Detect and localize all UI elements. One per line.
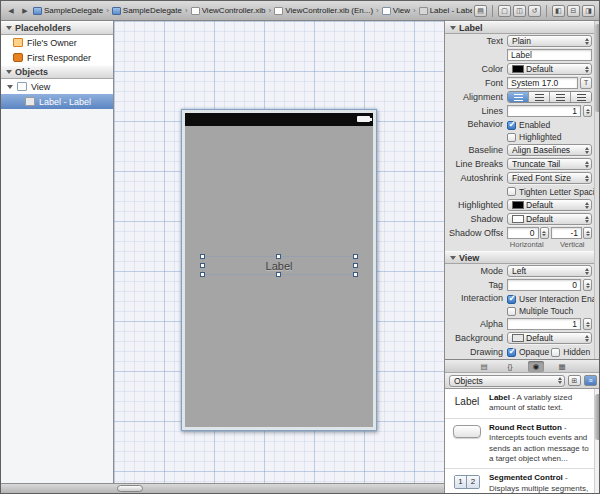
- resize-handle[interactable]: [200, 254, 205, 259]
- resize-handle[interactable]: [353, 254, 358, 259]
- text-style-popup[interactable]: Plain: [507, 35, 592, 47]
- tag-field[interactable]: 0: [507, 279, 581, 291]
- library-item-label[interactable]: Label Label - A variably sized amount of…: [445, 389, 600, 419]
- library-item-segmented-control[interactable]: 1 2 Segmented Control - Displays multipl…: [445, 469, 600, 493]
- editor-standard-button[interactable]: ▢: [498, 5, 511, 17]
- align-center-segment[interactable]: [529, 92, 550, 102]
- tighten-letter-spacing-checkbox[interactable]: [507, 187, 516, 196]
- lines-field[interactable]: 1: [507, 105, 581, 117]
- selected-label-frame[interactable]: Label: [203, 257, 355, 274]
- breadcrumb-label-item[interactable]: Label - Label: [419, 6, 472, 15]
- lines-stepper[interactable]: [583, 105, 592, 117]
- background-popup[interactable]: Default: [507, 332, 592, 344]
- list-view-button[interactable]: ≡: [584, 375, 597, 386]
- library-item-title: Segmented Control: [489, 473, 563, 482]
- library-item-round-rect-button[interactable]: Round Rect Button - Intercepts touch eve…: [445, 419, 600, 470]
- align-justify-segment[interactable]: [571, 92, 591, 102]
- resize-handle[interactable]: [276, 272, 281, 277]
- device-view[interactable]: Label: [181, 109, 377, 431]
- view-tree-item[interactable]: View: [1, 79, 113, 94]
- navigator-toggle-button[interactable]: ◧: [552, 5, 565, 17]
- line-breaks-popup[interactable]: Truncate Tail: [507, 158, 592, 170]
- breadcrumb-file[interactable]: ViewController.xib: [191, 6, 266, 15]
- library-scrollbar[interactable]: [594, 389, 600, 493]
- font-field[interactable]: System 17.0: [507, 77, 578, 89]
- align-right-segment[interactable]: [550, 92, 571, 102]
- library-objects-popup[interactable]: Objects: [449, 375, 565, 387]
- debug-area-toggle-button[interactable]: ⊟: [567, 5, 580, 17]
- opaque-checkbox[interactable]: [507, 348, 516, 357]
- back-button[interactable]: ◀: [5, 7, 17, 15]
- color-label: Color: [449, 64, 503, 74]
- highlighted-color-value: Default: [526, 200, 583, 210]
- breadcrumb-view[interactable]: View: [382, 6, 410, 15]
- resize-handle[interactable]: [276, 254, 281, 259]
- view-section-header[interactable]: View: [445, 251, 600, 264]
- breadcrumb-label: ViewController.xib (En...): [285, 6, 373, 15]
- utilities-toggle-button[interactable]: ◨: [582, 5, 595, 17]
- baseline-value: Align Baselines: [512, 145, 583, 155]
- disclosure-triangle-icon[interactable]: [7, 85, 13, 89]
- editor-assistant-button[interactable]: ◫: [513, 5, 526, 17]
- resize-handle[interactable]: [200, 272, 205, 277]
- media-library-tab[interactable]: ▦: [554, 361, 570, 372]
- interaction-label: Interaction: [449, 293, 503, 303]
- related-items-button[interactable]: ▤: [474, 5, 487, 17]
- code-snippets-library-tab[interactable]: {}: [502, 361, 518, 372]
- tag-stepper[interactable]: [583, 279, 592, 291]
- shadow-offset-horizontal-stepper[interactable]: [540, 227, 549, 239]
- baseline-popup[interactable]: Align Baselines: [507, 144, 592, 156]
- autoshrink-value: Fixed Font Size: [512, 173, 583, 183]
- files-owner-item[interactable]: File's Owner: [1, 35, 113, 50]
- scrollbar-thumb[interactable]: [595, 394, 600, 440]
- vertical-label: Vertical: [553, 240, 593, 249]
- highlighted-color-popup[interactable]: Default: [507, 199, 592, 211]
- breadcrumb-project[interactable]: SampleDelegate: [33, 6, 103, 15]
- color-popup[interactable]: Default: [507, 63, 592, 75]
- enabled-checkbox[interactable]: [507, 121, 516, 130]
- mode-popup[interactable]: Left: [507, 265, 592, 277]
- font-picker-button[interactable]: T: [580, 77, 592, 89]
- resize-handle[interactable]: [200, 263, 205, 268]
- align-left-segment[interactable]: [508, 92, 529, 102]
- breadcrumb-localization[interactable]: ViewController.xib (En...): [274, 6, 373, 15]
- breadcrumb-label: ViewController.xib: [202, 6, 266, 15]
- placeholders-header[interactable]: Placeholders: [1, 21, 113, 35]
- breadcrumb-group[interactable]: SampleDelegate: [112, 6, 182, 15]
- file-templates-library-tab[interactable]: ▤: [476, 361, 492, 372]
- view-icon: [382, 7, 391, 15]
- grid-view-button[interactable]: ⊞: [568, 375, 581, 386]
- shadow-offset-vertical-stepper[interactable]: [583, 227, 592, 239]
- zoom-control[interactable]: [117, 485, 143, 492]
- label-text-field[interactable]: Label: [507, 49, 592, 61]
- objects-header[interactable]: Objects: [1, 65, 113, 79]
- objects-library-tab[interactable]: ◉: [528, 361, 544, 372]
- autoshrink-popup[interactable]: Fixed Font Size: [507, 172, 592, 184]
- shadow-label: Shadow: [449, 214, 503, 224]
- shadow-offset-horizontal-field[interactable]: 0: [507, 227, 539, 239]
- multiple-touch-checkbox[interactable]: [507, 307, 516, 316]
- library-popup-value: Objects: [454, 376, 556, 386]
- highlighted-checkbox[interactable]: [507, 133, 516, 142]
- shadow-color-popup[interactable]: Default: [507, 213, 592, 225]
- resize-handle[interactable]: [353, 263, 358, 268]
- highlighted-checkbox-row: Highlighted: [507, 132, 562, 142]
- mode-value: Left: [512, 266, 583, 276]
- inspector-scrollbar[interactable]: [594, 21, 600, 359]
- canvas[interactable]: Label: [114, 21, 444, 483]
- view-body[interactable]: Label: [185, 126, 373, 427]
- resize-handle[interactable]: [353, 272, 358, 277]
- forward-button[interactable]: ▶: [19, 7, 31, 15]
- first-responder-item[interactable]: First Responder: [1, 50, 113, 65]
- alpha-stepper[interactable]: [583, 318, 592, 330]
- shadow-offset-vertical-field[interactable]: -1: [551, 227, 583, 239]
- scrollbar-thumb[interactable]: [595, 24, 600, 112]
- hidden-checkbox[interactable]: [551, 348, 560, 357]
- disclosure-triangle-icon: [6, 26, 12, 30]
- baseline-label: Baseline: [449, 145, 503, 155]
- label-tree-item[interactable]: Label - Label: [1, 94, 113, 109]
- label-section-header[interactable]: Label: [445, 21, 600, 34]
- alpha-field[interactable]: 1: [507, 318, 581, 330]
- user-interaction-checkbox[interactable]: [507, 295, 516, 304]
- editor-version-button[interactable]: ↺: [528, 5, 541, 17]
